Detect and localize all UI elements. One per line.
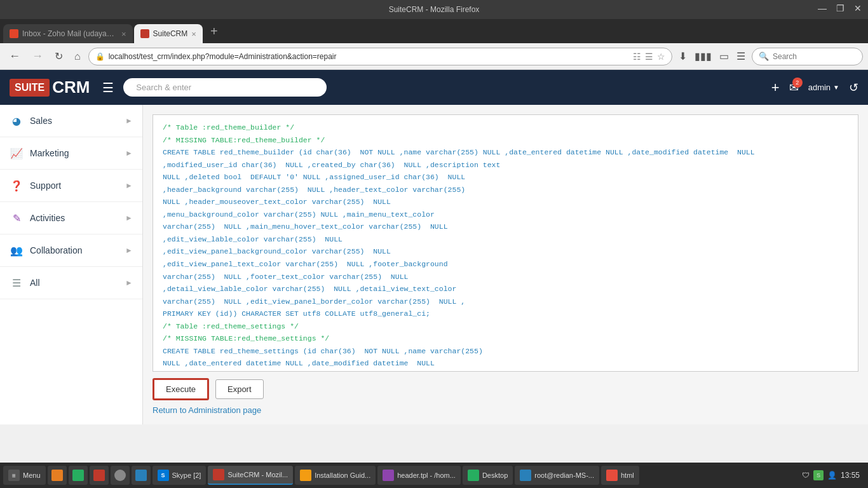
- admin-chevron: ▼: [833, 84, 839, 91]
- nav-forward[interactable]: →: [28, 47, 47, 65]
- star-icon[interactable]: ☆: [657, 51, 665, 62]
- all-chevron: ►: [125, 278, 133, 287]
- open-menu-icon[interactable]: ☰: [734, 48, 748, 65]
- bookmarks-icon[interactable]: ▮▮▮: [692, 48, 714, 65]
- root-icon: [520, 470, 531, 481]
- menu-label: Menu: [23, 471, 41, 479]
- download-icon[interactable]: ⬇: [676, 48, 689, 65]
- taskbar-sys-area: 🛡 S 👤 13:55: [797, 470, 865, 480]
- sidebar-item-label-support: Support: [30, 180, 61, 191]
- html-icon: [606, 470, 618, 481]
- code-line-7: NULL ,header_mouseover_text_color varcha…: [163, 196, 848, 208]
- nav-home[interactable]: ⌂: [71, 48, 85, 65]
- sidebar-item-sales[interactable]: ◕ Sales ►: [0, 105, 142, 137]
- app-search-bar[interactable]: Search & enter: [123, 78, 327, 97]
- notification-bell[interactable]: ✉ 2: [789, 81, 799, 95]
- taskbar-item-red[interactable]: [90, 466, 109, 485]
- bookmark-icon[interactable]: ☰: [645, 51, 653, 62]
- tab-favicon-zoho: [10, 29, 18, 38]
- taskbar-item-desktop[interactable]: Desktop: [463, 466, 513, 485]
- code-line-21: ,modified_user_id char(36) NULL ,created…: [163, 370, 848, 372]
- address-bar[interactable]: 🔒 ☷ ☰ ☆: [88, 48, 672, 65]
- taskbar-item-suitecrm[interactable]: SuiteCRM - Mozil...: [208, 466, 293, 485]
- taskbar-item-files[interactable]: [48, 466, 67, 485]
- tab-zoho[interactable]: Inbox - Zoho Mail (udayagiri.r... ×: [3, 24, 133, 43]
- sidebar-item-activities[interactable]: ✎ Activities ►: [0, 202, 142, 234]
- code-line-4: ,modified_user_id char(36) NULL ,created…: [163, 159, 848, 172]
- files-icon: [51, 470, 63, 481]
- header-tpl-label: header.tpl - /hom...: [397, 471, 456, 479]
- suitecrm-taskbar-label: SuiteCRM - Mozil...: [227, 471, 288, 478]
- taskbar-time: 13:55: [841, 471, 860, 480]
- browser-title: SuiteCRM - Mozilla Firefox: [389, 5, 480, 14]
- taskbar-item-root[interactable]: root@redian-MS-...: [515, 466, 599, 485]
- taskbar-item-header[interactable]: header.tpl - /hom...: [377, 466, 461, 485]
- address-input[interactable]: [109, 52, 629, 61]
- sidebar-item-label-all: All: [30, 278, 40, 288]
- history-icon[interactable]: ↺: [849, 81, 858, 95]
- html-label: html: [621, 471, 634, 479]
- nav-extra-icons: ⬇ ▮▮▮ ▭ ☰: [676, 48, 748, 65]
- support-icon: ❓: [10, 179, 24, 193]
- code-line-12: ,edit_view_panel_text_color varchar(255)…: [163, 258, 848, 271]
- code-line-20: NULL ,date_entered datetime NULL ,date_m…: [163, 357, 848, 370]
- skype-label: Skype [2]: [172, 471, 201, 479]
- code-line-18: /* MISSING TABLE:red_theme_settings */: [163, 332, 848, 345]
- search-icon: 🔍: [759, 51, 769, 61]
- hamburger-icon[interactable]: ☰: [99, 77, 117, 98]
- browser-search-box[interactable]: 🔍: [752, 48, 863, 65]
- sidebar-item-support[interactable]: ❓ Support ►: [0, 170, 142, 202]
- taskbar-item-menu[interactable]: ≡ Menu: [3, 466, 46, 485]
- taskbar-item-circle[interactable]: [111, 466, 130, 485]
- window-restore[interactable]: ❐: [836, 3, 844, 13]
- taskbar: ≡ Menu S Skype [2] SuiteCRM - Mozil... I…: [0, 463, 868, 488]
- header-tpl-icon: [383, 470, 394, 481]
- tab-suitecrm[interactable]: SuiteCRM ×: [134, 24, 203, 43]
- tab-zoho-label: Inbox - Zoho Mail (udayagiri.r...: [22, 29, 118, 38]
- browser-app-icon: [135, 470, 147, 481]
- add-icon[interactable]: +: [771, 79, 780, 96]
- sidebar-item-label-collaboration: Collaboration: [30, 245, 83, 255]
- reader-icon[interactable]: ☷: [633, 51, 641, 62]
- tab-zoho-close[interactable]: ×: [121, 29, 126, 39]
- taskbar-item-install[interactable]: Installation Guid...: [295, 466, 376, 485]
- all-icon: ☰: [10, 276, 24, 290]
- code-line-13: varchar(255) NULL ,footer_text_color var…: [163, 271, 848, 283]
- activities-chevron: ►: [125, 214, 133, 222]
- admin-menu[interactable]: admin ▼: [808, 83, 839, 92]
- taskbar-item-html[interactable]: html: [601, 466, 639, 485]
- code-line-1: /* Table :red_theme_builder */: [163, 121, 848, 134]
- support-chevron: ►: [125, 181, 133, 190]
- tab-new-button[interactable]: +: [204, 24, 224, 39]
- code-line-19: CREATE TABLE red_theme_settings (id char…: [163, 345, 848, 358]
- code-line-16: PRIMARY KEY (id)) CHARACTER SET utf8 COL…: [163, 308, 848, 320]
- taskbar-item-browser[interactable]: [132, 466, 151, 485]
- export-button[interactable]: Export: [215, 379, 264, 399]
- code-line-8: ,menu_background_color varchar(255) NULL…: [163, 208, 848, 221]
- user-icon: 👤: [827, 471, 837, 480]
- taskbar-item-skype[interactable]: S Skype [2]: [153, 466, 207, 485]
- code-line-15: varchar(255) NULL ,edit_view_panel_borde…: [163, 295, 848, 308]
- code-panel[interactable]: /* Table :red_theme_builder */ /* MISSIN…: [153, 114, 858, 372]
- window-close[interactable]: ✕: [854, 3, 862, 13]
- window-minimize[interactable]: —: [818, 3, 827, 13]
- code-line-14: ,detail_view_lable_color varchar(255) NU…: [163, 283, 848, 295]
- taskbar-item-terminal[interactable]: [69, 466, 88, 485]
- header-right: + ✉ 2 admin ▼ ↺: [771, 79, 858, 96]
- return-link[interactable]: Return to Administration page: [153, 405, 261, 415]
- sidebar-item-collaboration[interactable]: 👥 Collaboration ►: [0, 234, 142, 267]
- code-line-9: varchar(255) NULL ,main_menu_hover_text_…: [163, 220, 848, 233]
- desktop-label: Desktop: [482, 471, 508, 479]
- synced-tabs-icon[interactable]: ▭: [717, 48, 731, 65]
- tab-suitecrm-close[interactable]: ×: [191, 29, 196, 39]
- sidebar-item-marketing[interactable]: 📈 Marketing ►: [0, 137, 142, 170]
- sidebar-item-label-marketing: Marketing: [30, 148, 69, 158]
- nav-refresh[interactable]: ↻: [51, 48, 67, 65]
- sidebar-item-all[interactable]: ☰ All ►: [0, 267, 142, 299]
- nav-back[interactable]: ←: [5, 47, 24, 65]
- sales-icon: ◕: [10, 114, 24, 128]
- collaboration-icon: 👥: [10, 243, 24, 257]
- code-line-10: ,edit_view_lable_color varchar(255) NULL: [163, 233, 848, 246]
- execute-button[interactable]: Execute: [153, 378, 209, 400]
- browser-search-input[interactable]: [773, 52, 856, 61]
